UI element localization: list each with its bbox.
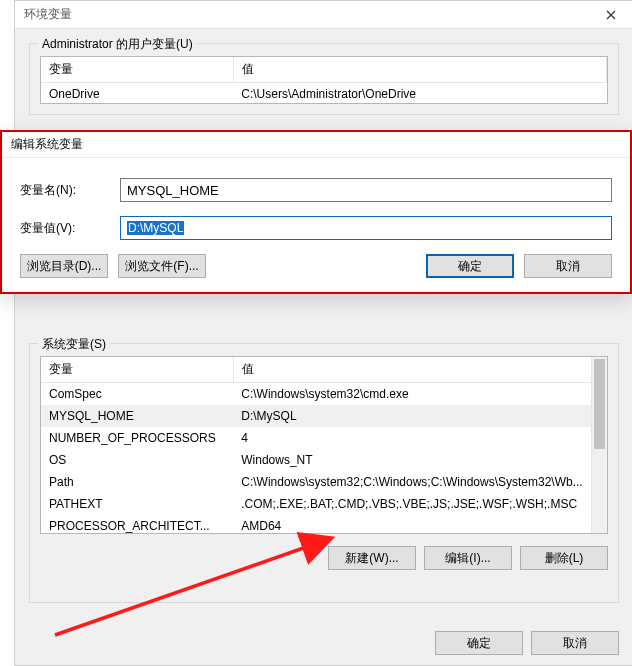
var-value-cell: Windows_NT — [233, 449, 606, 471]
table-row[interactable]: PathC:\Windows\system32;C:\Windows;C:\Wi… — [41, 471, 607, 493]
table-row[interactable]: NUMBER_OF_PROCESSORS4 — [41, 427, 607, 449]
system-vars-group: 系统变量(S) 变量 值 ComSpecC:\Windows\system32\… — [29, 343, 619, 603]
var-name-cell: PATHEXT — [41, 493, 233, 515]
ok-button[interactable]: 确定 — [435, 631, 523, 655]
var-value-label: 变量值(V): — [20, 220, 120, 237]
cancel-button[interactable]: 取消 — [531, 631, 619, 655]
var-value-cell: AMD64 — [233, 515, 606, 534]
table-row[interactable]: OSWindows_NT — [41, 449, 607, 471]
var-name-cell: ComSpec — [41, 383, 233, 406]
edit-sysvar-dialog: 编辑系统变量 变量名(N): 变量值(V): D:\MySQL 浏览目录(D).… — [0, 130, 632, 294]
table-row[interactable]: PATHEXT.COM;.EXE;.BAT;.CMD;.VBS;.VBE;.JS… — [41, 493, 607, 515]
var-value-cell: C:\Users\Administrator\OneDrive — [233, 83, 606, 106]
var-value-cell: .COM;.EXE;.BAT;.CMD;.VBS;.VBE;.JS;.JSE;.… — [233, 493, 606, 515]
edit-cancel-button[interactable]: 取消 — [524, 254, 612, 278]
close-icon[interactable] — [589, 1, 632, 28]
col-header-val[interactable]: 值 — [233, 357, 606, 383]
var-name-cell: PROCESSOR_ARCHITECT... — [41, 515, 233, 534]
delete-button[interactable]: 删除(L) — [520, 546, 608, 570]
var-value-selected-text: D:\MySQL — [127, 221, 184, 235]
new-button[interactable]: 新建(W)... — [328, 546, 416, 570]
col-header-var[interactable]: 变量 — [41, 57, 233, 83]
user-vars-group: Administrator 的用户变量(U) 变量 值 OneDriveC:\U… — [29, 43, 619, 115]
edit-dialog-title: 编辑系统变量 — [2, 136, 83, 153]
system-vars-table[interactable]: 变量 值 ComSpecC:\Windows\system32\cmd.exeM… — [41, 357, 607, 534]
user-vars-table[interactable]: 变量 值 OneDriveC:\Users\Administrator\OneD… — [41, 57, 607, 105]
browse-file-button[interactable]: 浏览文件(F)... — [118, 254, 206, 278]
env-vars-title: 环境变量 — [15, 6, 72, 23]
edit-ok-button[interactable]: 确定 — [426, 254, 514, 278]
var-value-cell: 4 — [233, 427, 606, 449]
table-row[interactable]: ComSpecC:\Windows\system32\cmd.exe — [41, 383, 607, 406]
env-vars-titlebar: 环境变量 — [15, 1, 632, 29]
table-row[interactable]: PROCESSOR_ARCHITECT...AMD64 — [41, 515, 607, 534]
var-name-input[interactable] — [120, 178, 612, 202]
var-value-cell: C:\Windows\system32;C:\Windows;C:\Window… — [233, 471, 606, 493]
var-value-cell: C:\Windows\system32\cmd.exe — [233, 383, 606, 406]
scrollbar[interactable] — [591, 357, 607, 533]
var-name-cell: Path — [41, 471, 233, 493]
scrollbar-thumb[interactable] — [594, 359, 605, 449]
edit-button[interactable]: 编辑(I)... — [424, 546, 512, 570]
var-name-cell: OS — [41, 449, 233, 471]
var-name-cell: OneDrive — [41, 83, 233, 106]
env-vars-window: 环境变量 Administrator 的用户变量(U) 变量 值 OneDriv… — [14, 0, 632, 666]
var-name-cell: MYSQL_HOME — [41, 405, 233, 427]
var-name-label: 变量名(N): — [20, 182, 120, 199]
var-value-input[interactable]: D:\MySQL — [120, 216, 612, 240]
col-header-val[interactable]: 值 — [233, 57, 606, 83]
browse-dir-button[interactable]: 浏览目录(D)... — [20, 254, 108, 278]
col-header-var[interactable]: 变量 — [41, 357, 233, 383]
system-vars-group-title: 系统变量(S) — [38, 336, 110, 353]
user-vars-group-title: Administrator 的用户变量(U) — [38, 36, 197, 53]
table-row[interactable]: MYSQL_HOMED:\MySQL — [41, 405, 607, 427]
table-row[interactable]: OneDriveC:\Users\Administrator\OneDrive — [41, 83, 607, 106]
var-value-cell: D:\MySQL — [233, 405, 606, 427]
var-name-cell: NUMBER_OF_PROCESSORS — [41, 427, 233, 449]
edit-dialog-titlebar: 编辑系统变量 — [2, 132, 630, 158]
